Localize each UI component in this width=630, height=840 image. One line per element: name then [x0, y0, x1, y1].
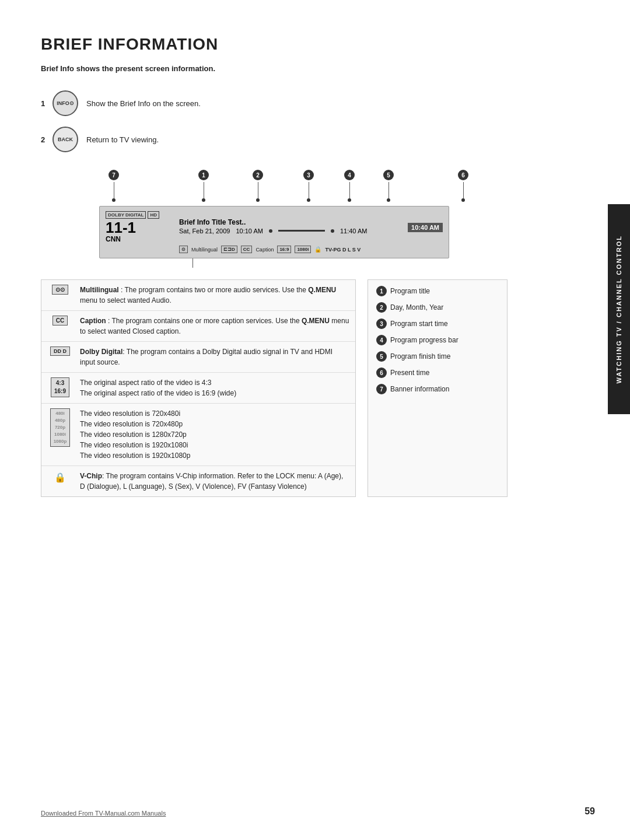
- legend-circle-3: 3: [376, 318, 387, 329]
- legend-item-5: 5 Program finish time: [376, 351, 499, 363]
- channel-number: 11-1: [106, 220, 136, 235]
- desc-row-dolby: DD D Dolby Digital: The program contains…: [41, 342, 355, 373]
- legend-item-2: 2 Day, Month, Year: [376, 302, 499, 314]
- page-number: 59: [584, 806, 595, 817]
- info-button-label: INFO⊙: [57, 100, 74, 106]
- aspect-icon-badge: 16:9: [277, 246, 291, 253]
- caption-icon-display: CC: [52, 316, 68, 326]
- banner-icons-row: ⊙ Multilingual ⊏⊐D CC Caption 16:9 1080i…: [179, 246, 443, 253]
- legend-label-1: Program title: [390, 287, 430, 295]
- dolby-desc-text: Dolby Digital: The program contains a Do…: [80, 346, 349, 368]
- legend-circle-7: 7: [376, 384, 387, 394]
- anno-7-circle: 7: [108, 170, 119, 180]
- program-title: Brief Info Title Test..: [179, 218, 408, 226]
- desc-row-aspect: 4:316:9 The original aspect ratio of the…: [41, 373, 355, 404]
- legend-label-2: Day, Month, Year: [390, 303, 443, 312]
- legend-label-4: Program progress bar: [390, 336, 459, 344]
- main-content: BRIEF INFORMATION Brief Info shows the p…: [0, 0, 572, 520]
- page-title: BRIEF INFORMATION: [41, 35, 531, 54]
- legend-label-6: Present time: [390, 369, 429, 377]
- vchip-icon-cell: 🔒: [47, 471, 73, 484]
- side-tab-label: WATCHING TV / CHANNEL CONTROL: [615, 235, 622, 383]
- step-1-description: Show the Brief Info on the screen.: [86, 99, 201, 108]
- progress-dot-left: [269, 229, 272, 233]
- footer-link[interactable]: Downloaded From TV-Manual.com Manuals: [41, 810, 166, 817]
- legend-label-5: Program finish time: [390, 352, 450, 360]
- legend-circle-5: 5: [376, 351, 387, 362]
- aspect-icon-display: 4:316:9: [51, 377, 69, 397]
- legend-item-4: 4 Program progress bar: [376, 335, 499, 347]
- legend-circle-4: 4: [376, 335, 387, 345]
- multilingual-icon-display: ⊙⊙: [52, 285, 68, 295]
- step-1: 1 INFO⊙ Show the Brief Info on the scree…: [41, 90, 531, 116]
- resolution-icon-cell: 480i480p720p1080i1080p: [47, 408, 73, 447]
- multilingual-icon-badge: ⊙: [179, 246, 188, 253]
- vchip-icon-display: 🔒: [51, 471, 69, 484]
- legend-item-1: 1 Program title: [376, 286, 499, 298]
- back-button-label: BACK: [58, 136, 73, 142]
- resolution-desc-text: The video resolution is 720x480i The vid…: [80, 408, 190, 461]
- dolby-icon-display: DD D: [50, 346, 70, 356]
- progress-dot-right: [331, 229, 334, 233]
- diagram-wrapper: 7 1 2 3 4: [41, 170, 531, 268]
- subtitle: Brief Info shows the present screen info…: [41, 64, 531, 73]
- back-button-icon[interactable]: BACK: [52, 127, 78, 152]
- legend-item-3: 3 Program start time: [376, 318, 499, 331]
- dolby-icon-cell: DD D: [47, 346, 73, 356]
- rating-text: TV-PG D L S V: [325, 247, 360, 253]
- button-steps: 1 INFO⊙ Show the Brief Info on the scree…: [41, 90, 531, 152]
- bottom-pointer-line: [192, 258, 193, 268]
- program-start-time: 10:10 AM: [236, 228, 262, 235]
- step-2-description: Return to TV viewing.: [86, 135, 159, 144]
- program-end-time: 11:40 AM: [340, 228, 367, 235]
- vchip-desc-text: V-Chip: The program contains V-Chip info…: [80, 471, 349, 492]
- present-time-display: 10:40 AM: [408, 223, 443, 232]
- lock-icon: 🔒: [314, 246, 321, 253]
- aspect-desc-text: The original aspect ratio of the video i…: [80, 377, 236, 398]
- legend-item-6: 6 Present time: [376, 368, 499, 380]
- channel-block: DOLBY DIGITAL HD 11-1 CNN: [106, 211, 170, 243]
- program-info-block: Brief Info Title Test.. Sat, Feb 21, 200…: [179, 218, 408, 237]
- anno-1-circle: 1: [198, 170, 209, 180]
- channel-name: CNN: [106, 235, 121, 243]
- desc-row-vchip: 🔒 V-Chip: The program contains V-Chip in…: [41, 466, 355, 496]
- anno-3-circle: 3: [303, 170, 314, 180]
- caption-text: Caption: [256, 247, 274, 253]
- multilingual-icon-cell: ⊙⊙: [47, 285, 73, 295]
- caption-desc-text: Caption : The program contains one or mo…: [80, 316, 349, 337]
- caption-icon-cell: CC: [47, 316, 73, 326]
- cc-icon-badge: CC: [241, 246, 253, 253]
- program-date: Sat, Feb 21, 2009: [179, 228, 230, 235]
- legend-label-3: Program start time: [390, 320, 448, 328]
- desc-row-resolution: 480i480p720p1080i1080p The video resolut…: [41, 404, 355, 466]
- info-button-icon[interactable]: INFO⊙: [52, 90, 78, 116]
- anno-6-circle: 6: [458, 170, 468, 180]
- left-descriptions: ⊙⊙ Multilingual : The program contains t…: [41, 279, 356, 497]
- dd-icon-badge: ⊏⊐D: [221, 246, 237, 253]
- legend-item-7: 7 Banner information: [376, 384, 499, 396]
- multilingual-desc-text: Multilingual : The program contains two …: [80, 285, 349, 306]
- banner-row1: DOLBY DIGITAL HD 11-1 CNN Brief Info Tit…: [106, 211, 443, 243]
- anno-4-circle: 4: [344, 170, 355, 180]
- dolby-badge: DOLBY DIGITAL: [106, 211, 146, 219]
- desc-row-caption: CC Caption : The program contains one or…: [41, 311, 355, 342]
- aspect-icon-cell: 4:316:9: [47, 377, 73, 397]
- date-time-row: Sat, Feb 21, 2009 10:10 AM 11:40 AM: [179, 228, 408, 235]
- banner-box: DOLBY DIGITAL HD 11-1 CNN Brief Info Tit…: [99, 206, 449, 258]
- legend-circle-1: 1: [376, 286, 387, 296]
- description-area: ⊙⊙ Multilingual : The program contains t…: [41, 279, 548, 497]
- resolution-icon-display: 480i480p720p1080i1080p: [50, 408, 71, 447]
- legend-circle-6: 6: [376, 368, 387, 378]
- legend-label-7: Banner information: [390, 385, 449, 393]
- step-number-2: 2: [41, 135, 49, 144]
- legend-circle-2: 2: [376, 302, 387, 313]
- resolution-icon-badge: 1080i: [295, 246, 311, 253]
- hd-badge: HD: [148, 211, 159, 219]
- side-tab: WATCHING TV / CHANNEL CONTROL: [608, 204, 630, 414]
- desc-row-multilingual: ⊙⊙ Multilingual : The program contains t…: [41, 280, 355, 311]
- right-legend: 1 Program title 2 Day, Month, Year 3 Pro…: [368, 279, 508, 497]
- anno-2-circle: 2: [253, 170, 263, 180]
- multilingual-text: Multilingual: [191, 247, 218, 253]
- step-2: 2 BACK Return to TV viewing.: [41, 127, 531, 152]
- step-number-1: 1: [41, 99, 49, 108]
